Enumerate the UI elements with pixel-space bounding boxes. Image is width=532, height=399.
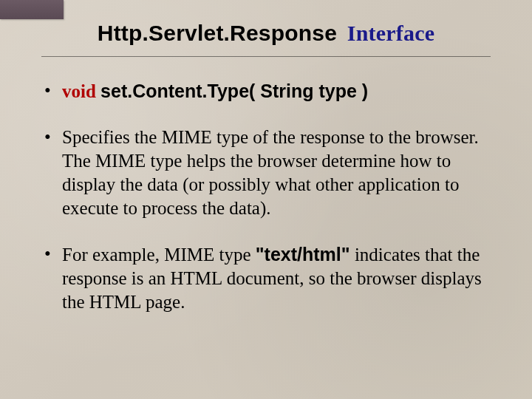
- keyword-void: void: [62, 81, 96, 101]
- title-underline: [41, 56, 491, 57]
- description-1-text: Specifies the MIME type of the response …: [62, 127, 479, 218]
- mime-type-literal: "text/html": [256, 244, 350, 265]
- slide: Http.Servlet.Response Interface void set…: [0, 0, 532, 399]
- corner-accent: [0, 0, 64, 19]
- method-signature-text: set.Content.Type( String type ): [100, 81, 368, 101]
- title-interface-word: Interface: [347, 21, 434, 45]
- bullet-description-1: Specifies the MIME type of the response …: [41, 126, 491, 220]
- slide-title: Http.Servlet.Response Interface: [41, 21, 491, 46]
- title-class-name: Http.Servlet.Response: [98, 21, 337, 45]
- bullet-method-signature: void set.Content.Type( String type ): [41, 79, 491, 103]
- bullet-description-2: For example, MIME type "text/html" indic…: [41, 242, 491, 314]
- description-2-pre: For example, MIME type: [62, 245, 256, 265]
- bullet-list: void set.Content.Type( String type ) Spe…: [41, 79, 491, 314]
